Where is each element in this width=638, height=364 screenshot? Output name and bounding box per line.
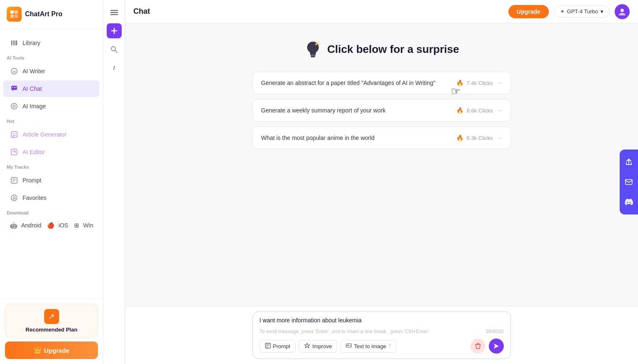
- ai-writer-icon: W: [10, 67, 18, 75]
- ai-tools-section-label: AI Tools: [0, 52, 103, 62]
- prompt-icon: [10, 176, 18, 184]
- logo-area: ChatArt Pro: [0, 0, 103, 29]
- article-generator-label: Article Generator: [23, 131, 67, 138]
- favorites-label: Favorites: [23, 194, 47, 201]
- svg-rect-10: [12, 87, 13, 88]
- ai-image-icon: [10, 102, 18, 110]
- svg-rect-12: [15, 87, 16, 88]
- question-icon: ?: [388, 343, 391, 349]
- recommended-icon: ↗: [44, 309, 59, 324]
- ai-image-label: AI Image: [23, 103, 46, 110]
- sidebar-item-prompt[interactable]: Prompt: [3, 172, 100, 189]
- sidebar-item-downloads[interactable]: 🤖 Android 🍎 iOS ⊞ Win: [3, 218, 100, 233]
- delete-input-button[interactable]: [470, 339, 485, 354]
- main-area: Chat Upgrade ✦ GPT-4 Turbo ▾: [125, 0, 638, 364]
- info-strip-icon[interactable]: I: [107, 60, 122, 75]
- sidebar-item-library[interactable]: Library: [3, 35, 100, 51]
- arrow-icon-1: →: [496, 107, 502, 114]
- svg-point-33: [620, 9, 624, 12]
- input-text[interactable]: I want more information about leukemia: [260, 317, 504, 325]
- app-logo-icon: [7, 7, 22, 22]
- suggestion-text-0: Generate an abstract for a paper titled …: [261, 80, 451, 86]
- crown-icon: 👑: [34, 347, 42, 354]
- windows-icon: ⊞: [74, 222, 79, 229]
- fire-icon-1: 🔥: [456, 107, 463, 114]
- app-name: ChatArt Pro: [25, 10, 63, 18]
- prompt-toolbar-icon: [265, 343, 271, 350]
- page-title: Chat: [133, 7, 503, 16]
- svg-point-46: [627, 202, 628, 203]
- suggestion-text-1: Generate a weekly summary report of your…: [261, 107, 451, 114]
- ai-editor-icon: [10, 148, 18, 156]
- svg-rect-0: [10, 10, 14, 14]
- model-selector[interactable]: ✦ GPT-4 Turbo ▾: [554, 5, 610, 17]
- android-label: Android: [21, 222, 41, 229]
- svg-point-20: [15, 151, 16, 152]
- suggestion-meta-1: 🔥 8.6k Clicks →: [456, 107, 502, 114]
- sidebar-item-ai-chat[interactable]: AI Chat: [3, 80, 100, 97]
- mail-strip-button[interactable]: [620, 173, 638, 191]
- clicks-1: 8.6k Clicks: [467, 107, 493, 114]
- improve-toolbar-button[interactable]: Improve: [299, 340, 337, 353]
- sidebar: ChatArt Pro Library AI Tools W A: [0, 0, 103, 364]
- download-section-label: Download: [0, 207, 103, 217]
- android-icon: 🤖: [10, 222, 17, 229]
- suggestion-card-1[interactable]: Generate a weekly summary report of your…: [253, 99, 511, 122]
- svg-rect-11: [14, 87, 15, 88]
- menu-strip-icon[interactable]: [107, 5, 122, 20]
- input-hint: To send message, press 'Enter', and to i…: [260, 329, 504, 334]
- input-hint-text: To send message, press 'Enter', and to i…: [260, 329, 429, 334]
- add-chat-icon[interactable]: [107, 23, 122, 38]
- prompt-btn-label: Prompt: [273, 343, 290, 349]
- arrow-icon-0: →: [496, 80, 502, 86]
- text-to-image-button[interactable]: Text to image ?: [340, 340, 396, 353]
- sidebar-item-ai-editor[interactable]: AI Editor: [3, 144, 100, 160]
- suggestion-meta-2: 🔥 6.3k Clicks →: [456, 135, 502, 141]
- clicks-0: 7.4k Clicks: [467, 80, 493, 86]
- upgrade-sidebar-label: Upgrade: [44, 347, 70, 354]
- svg-rect-16: [11, 132, 17, 137]
- svg-rect-1: [15, 10, 18, 14]
- sidebar-nav: Library AI Tools W AI Writer: [0, 29, 103, 298]
- apple-icon: 🍎: [47, 222, 54, 229]
- upgrade-sidebar-button[interactable]: 👑 Upgrade: [5, 342, 98, 359]
- ai-chat-label: AI Chat: [23, 85, 42, 92]
- ai-chat-icon: [10, 85, 18, 93]
- share-strip-button[interactable]: [620, 153, 638, 171]
- user-avatar[interactable]: [615, 4, 630, 19]
- svg-rect-45: [625, 180, 632, 184]
- right-strip: [620, 150, 638, 214]
- input-area: I want more information about leukemia T…: [125, 306, 638, 364]
- sidebar-item-article-generator[interactable]: Article Generator: [3, 126, 100, 143]
- input-toolbar: Prompt Improve: [260, 339, 504, 354]
- model-star-icon: ✦: [560, 8, 565, 15]
- sidebar-item-favorites[interactable]: Favorites: [3, 189, 100, 206]
- suggestion-cards: Generate an abstract for a paper titled …: [253, 72, 511, 149]
- ai-writer-label: AI Writer: [23, 68, 45, 75]
- send-button[interactable]: [489, 339, 504, 354]
- svg-rect-6: [15, 40, 17, 45]
- discord-strip-button[interactable]: [620, 193, 638, 211]
- icon-strip: I: [103, 0, 125, 364]
- suggestion-text-2: What is the most popular anime in the wo…: [261, 135, 451, 141]
- library-icon: [10, 39, 18, 47]
- input-wrapper: I want more information about leukemia T…: [253, 312, 511, 359]
- svg-line-32: [115, 50, 117, 52]
- main-header: Chat Upgrade ✦ GPT-4 Turbo ▾: [125, 0, 638, 23]
- svg-rect-3: [15, 15, 18, 18]
- ios-label: iOS: [58, 222, 68, 229]
- fire-icon-2: 🔥: [456, 135, 463, 141]
- svg-line-37: [318, 42, 319, 42]
- suggestion-card-2[interactable]: What is the most popular anime in the wo…: [253, 127, 511, 149]
- sidebar-item-ai-writer[interactable]: W AI Writer: [3, 63, 100, 80]
- sidebar-item-ai-image[interactable]: AI Image: [3, 98, 100, 115]
- recommended-plan-box[interactable]: ↗ Recommended Plan: [5, 304, 98, 338]
- search-strip-icon[interactable]: [107, 42, 122, 57]
- suggestion-meta-0: 🔥 7.4k Clicks →: [456, 80, 502, 86]
- sidebar-bottom: ↗ Recommended Plan 👑 Upgrade: [0, 298, 103, 364]
- recommended-plan-label: Recommended Plan: [25, 327, 77, 333]
- upgrade-header-button[interactable]: Upgrade: [508, 5, 549, 18]
- char-count: 38/6000: [485, 329, 503, 334]
- prompt-toolbar-button[interactable]: Prompt: [260, 340, 296, 353]
- suggestion-card-0[interactable]: Generate an abstract for a paper titled …: [253, 72, 511, 94]
